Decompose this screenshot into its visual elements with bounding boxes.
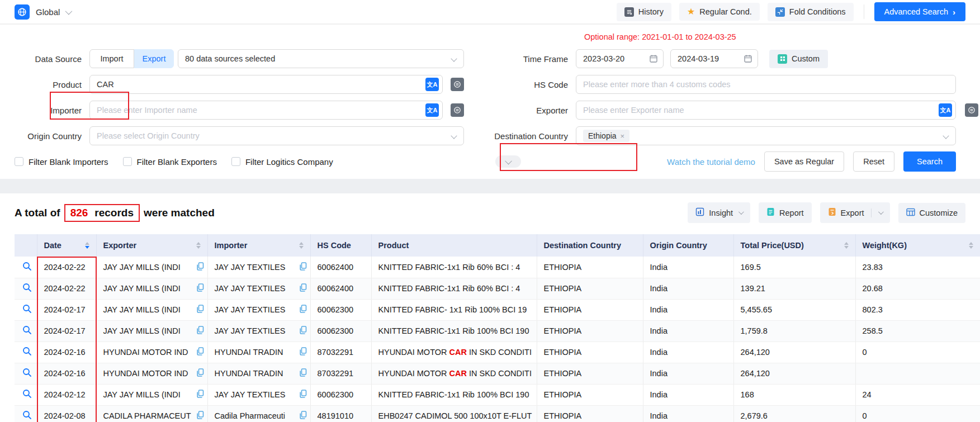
exact-match-icon[interactable] — [451, 78, 464, 91]
table-row[interactable]: 2024-02-16 HYUNDAI MOTOR IND HYUNDAI TRA… — [15, 342, 980, 363]
cell-origin: India — [643, 384, 733, 405]
cell-date: 2024-02-17 — [37, 299, 96, 320]
region-selector-label[interactable]: Global — [36, 7, 60, 17]
table-row[interactable]: 2024-02-12 JAY JAY MILLS (INDI JAY JAY T… — [15, 384, 980, 405]
cell-importer: JAY JAY TEXTILES — [207, 384, 310, 405]
copy-icon[interactable] — [197, 368, 204, 378]
table-row[interactable]: 2024-02-08 CADILA PHARMACEUT Cadila Phar… — [15, 405, 980, 422]
copy-icon[interactable] — [197, 283, 204, 293]
copy-icon[interactable] — [300, 411, 307, 421]
exporter-input[interactable] — [576, 101, 956, 120]
copy-icon[interactable] — [300, 283, 307, 293]
header-exporter[interactable]: Exporter — [96, 234, 207, 257]
copy-icon[interactable] — [300, 326, 307, 336]
time-frame-label: Time Frame — [464, 54, 576, 64]
translate-icon[interactable]: 文A — [939, 103, 952, 117]
cell-total-price: 1,759.8 — [733, 320, 855, 342]
importer-label: Importer — [15, 106, 89, 115]
globe-logo-icon[interactable] — [15, 4, 30, 20]
export-toggle-button[interactable]: Export — [134, 49, 174, 68]
header-importer[interactable]: Importer — [207, 234, 310, 257]
view-detail-magnifier-icon[interactable] — [22, 262, 32, 271]
product-input[interactable] — [89, 75, 443, 94]
calendar-icon[interactable] — [649, 54, 658, 65]
search-button[interactable]: Search — [903, 151, 956, 172]
hs-code-input[interactable] — [576, 75, 956, 94]
custom-timeframe-button[interactable]: Custom — [769, 50, 828, 68]
header-origin-country: Origin Country — [643, 234, 733, 257]
export-button[interactable]: Export — [820, 202, 890, 223]
copy-icon[interactable] — [197, 262, 204, 272]
copy-icon[interactable] — [300, 368, 307, 378]
exact-match-icon[interactable] — [451, 103, 464, 117]
history-button[interactable]: History — [617, 3, 671, 21]
save-as-regular-button[interactable]: Save as Regular — [764, 151, 844, 172]
view-detail-magnifier-icon[interactable] — [22, 325, 32, 335]
tutorial-demo-link[interactable]: Watch the tutorial demo — [667, 157, 755, 167]
report-button[interactable]: Report — [759, 202, 812, 223]
cell-exporter: JAY JAY MILLS (INDI — [96, 257, 207, 278]
copy-icon[interactable] — [300, 390, 307, 400]
fold-conditions-button[interactable]: Fold Conditions — [768, 3, 854, 21]
copy-icon[interactable] — [197, 305, 204, 315]
regular-cond-button[interactable]: ★ Regular Cond. — [679, 3, 760, 21]
collapse-form-button[interactable] — [495, 155, 521, 168]
annotation-box-count: 826 records — [64, 204, 140, 222]
copy-icon[interactable] — [197, 390, 204, 400]
view-detail-magnifier-icon[interactable] — [22, 389, 32, 399]
exact-match-icon[interactable] — [965, 103, 978, 117]
cell-total-price: 169.5 — [733, 257, 855, 278]
destination-country-select[interactable]: Ethiopia × — [576, 126, 956, 145]
cell-origin: India — [643, 342, 733, 363]
star-icon: ★ — [687, 7, 695, 16]
data-sources-select[interactable]: 80 data sources selected — [178, 49, 464, 68]
advanced-search-button[interactable]: Advanced Search › — [874, 2, 965, 21]
checkbox-filter-blank-exporters[interactable] — [123, 157, 132, 166]
table-row[interactable]: 2024-02-22 JAY JAY MILLS (INDI JAY JAY T… — [15, 257, 980, 278]
chevron-down-icon[interactable] — [878, 209, 883, 215]
view-detail-magnifier-icon[interactable] — [22, 283, 32, 292]
copy-icon[interactable] — [300, 305, 307, 315]
table-row[interactable]: 2024-02-22 JAY JAY MILLS (INDI JAY JAY T… — [15, 278, 980, 299]
header-total-price[interactable]: Total Price(USD) — [733, 234, 855, 257]
cell-hs-code: 87032291 — [310, 342, 371, 363]
view-detail-magnifier-icon[interactable] — [22, 347, 32, 356]
cell-origin: India — [643, 299, 733, 320]
view-detail-magnifier-icon[interactable] — [22, 368, 32, 377]
view-detail-magnifier-icon[interactable] — [22, 410, 32, 420]
table-row[interactable]: 2024-02-17 JAY JAY MILLS (INDI JAY JAY T… — [15, 320, 980, 342]
insight-icon — [695, 207, 704, 218]
view-detail-magnifier-icon[interactable] — [22, 304, 32, 314]
sort-icon — [299, 242, 304, 249]
translate-icon[interactable]: 文A — [425, 78, 439, 91]
copy-icon[interactable] — [197, 411, 204, 421]
tag-close-icon[interactable]: × — [621, 132, 625, 140]
copy-icon[interactable] — [300, 262, 307, 272]
insight-button[interactable]: Insight — [688, 202, 750, 223]
translate-icon[interactable]: 文A — [425, 103, 439, 117]
origin-country-select[interactable]: Please select Origin Country — [89, 126, 464, 145]
importer-input[interactable] — [89, 101, 443, 120]
results-table: Date Exporter Importer HS Code Product D… — [15, 234, 980, 422]
cell-product: HYUNDAI MOTOR CAR IN SKD CONDITI — [371, 342, 537, 363]
cell-product: HYUNDAI MOTOR CAR IN SKD CONDITI — [371, 363, 537, 384]
checkbox-filter-blank-importers[interactable] — [15, 157, 23, 166]
cell-product: EHB0247 CADIMOL 500 100x10T E-FLUT — [371, 405, 537, 422]
header-date[interactable]: Date — [37, 234, 96, 257]
import-toggle-button[interactable]: Import — [89, 49, 134, 68]
table-row[interactable]: 2024-02-16 HYUNDAI MOTOR IND HYUNDAI TRA… — [15, 363, 980, 384]
reset-button[interactable]: Reset — [853, 151, 894, 172]
copy-icon[interactable] — [197, 347, 204, 357]
checkbox-filter-logitics-company[interactable] — [231, 157, 240, 166]
header-weight[interactable]: Weight(KG) — [855, 234, 980, 257]
copy-icon[interactable] — [197, 326, 204, 336]
cell-total-price: 2,679.6 — [733, 405, 855, 422]
cell-exporter: HYUNDAI MOTOR IND — [96, 342, 207, 363]
calendar-icon[interactable] — [744, 54, 752, 65]
table-row[interactable]: 2024-02-17 JAY JAY MILLS (INDI JAY JAY T… — [15, 299, 980, 320]
chevron-down-icon[interactable] — [65, 7, 73, 15]
copy-icon[interactable] — [300, 347, 307, 357]
results-header: A total of 826 records were matched Insi… — [0, 193, 980, 234]
customize-button[interactable]: Customize — [898, 203, 966, 223]
cell-destination: ETHIOPIA — [537, 278, 643, 299]
